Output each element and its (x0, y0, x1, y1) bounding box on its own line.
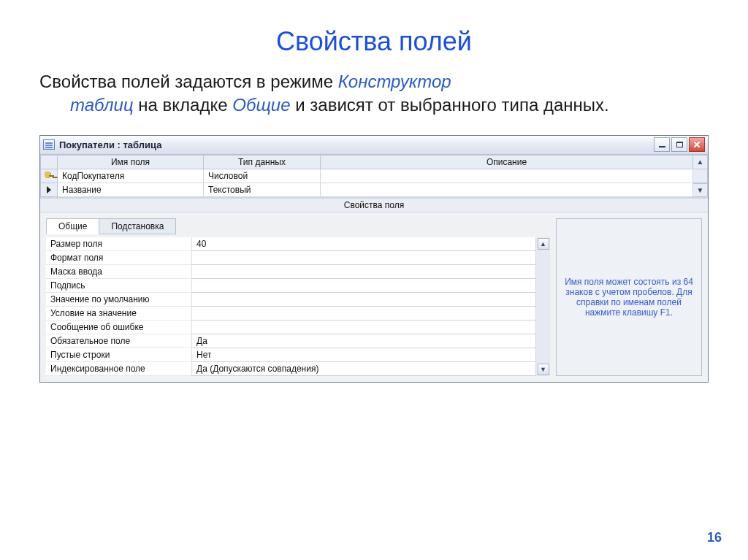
slide-title: Свойства полей (0, 26, 748, 57)
col-desc-header[interactable]: Описание (321, 155, 693, 169)
minimize-button[interactable] (654, 137, 670, 152)
scroll-up-icon[interactable]: ▲ (538, 238, 549, 250)
scroll-down-button[interactable]: ▼ (693, 183, 708, 197)
body-suffix: и зависят от выбранного типа данных. (291, 95, 609, 115)
help-panel: Имя поля может состоять из 64 знаков с у… (556, 218, 702, 376)
prop-name[interactable]: Условие на значение (46, 307, 192, 321)
row-selector[interactable] (40, 169, 58, 183)
scroll-down-icon[interactable]: ▼ (538, 364, 549, 375)
cell-desc-1[interactable] (321, 183, 693, 197)
prop-value[interactable] (192, 265, 535, 279)
page-number: 16 (707, 530, 722, 545)
row-selector-header (40, 155, 58, 169)
tab-lookup[interactable]: Подстановка (99, 218, 176, 234)
prop-value[interactable]: Да (Допускаются совпадения) (192, 362, 535, 376)
prop-name[interactable]: Размер поля (46, 237, 192, 251)
prop-value[interactable] (192, 321, 535, 334)
col-name-header[interactable]: Имя поля (58, 155, 204, 169)
prop-name[interactable]: Индексированное поле (46, 362, 192, 376)
cell-name-1[interactable]: Название (58, 183, 204, 197)
primary-key-icon (45, 172, 53, 180)
prop-name[interactable]: Обязательное поле (46, 334, 192, 348)
properties-section-label: Свойства поля (40, 198, 708, 212)
properties-grid: Размер поля 40 ▲ ▼ Формат поля Маска вво… (46, 237, 550, 376)
body-mid: на вкладке (134, 95, 233, 115)
cell-desc-0[interactable] (321, 169, 693, 183)
maximize-button[interactable] (671, 137, 687, 152)
prop-value[interactable] (192, 293, 535, 307)
col-type-header[interactable]: Тип данных (204, 155, 321, 169)
current-row-icon (47, 186, 51, 193)
cell-name-0[interactable]: КодПокупателя (58, 169, 204, 183)
prop-value[interactable]: Нет (192, 348, 535, 362)
properties-scrollbar[interactable]: ▲ ▼ (535, 237, 550, 376)
cell-type-1[interactable]: Текстовый (204, 183, 321, 197)
prop-name[interactable]: Маска ввода (46, 265, 192, 279)
prop-name[interactable]: Значение по умолчанию (46, 293, 192, 307)
titlebar: Покупатели : таблица (40, 136, 708, 155)
prop-name[interactable]: Формат поля (46, 251, 192, 265)
prop-name[interactable]: Подпись (46, 279, 192, 293)
body-em3: Общие (232, 95, 290, 115)
cell-type-0[interactable]: Числовой (204, 169, 321, 183)
scroll-up-button[interactable]: ▲ (693, 155, 708, 169)
row-selector[interactable] (40, 183, 58, 197)
prop-value[interactable] (192, 251, 535, 265)
close-button[interactable] (689, 137, 705, 152)
fields-grid: Имя поля Тип данных Описание ▲ КодПокупа… (40, 155, 708, 198)
properties-panel: Общие Подстановка Размер поля 40 ▲ ▼ Фор… (46, 218, 550, 376)
body-em1: Конструктор (338, 72, 451, 91)
slide-body: Свойства полей задаются в режиме Констру… (39, 70, 709, 118)
help-text: Имя поля может состоять из 64 знаков с у… (562, 277, 695, 318)
body-em2: таблиц (70, 95, 134, 115)
table-icon (43, 139, 55, 150)
scrollbar-track[interactable] (693, 169, 708, 183)
prop-value[interactable]: 40 (192, 237, 535, 251)
table-window: Покупатели : таблица Имя поля Тип данных… (39, 135, 709, 383)
body-prefix: Свойства полей задаются в режиме (39, 72, 338, 91)
window-title: Покупатели : таблица (59, 139, 161, 150)
prop-name[interactable]: Пустые строки (46, 348, 192, 362)
prop-name[interactable]: Сообщение об ошибке (46, 321, 192, 334)
prop-value[interactable]: Да (192, 334, 535, 348)
tab-general[interactable]: Общие (46, 218, 99, 234)
prop-value[interactable] (192, 307, 535, 321)
prop-value[interactable] (192, 279, 535, 293)
